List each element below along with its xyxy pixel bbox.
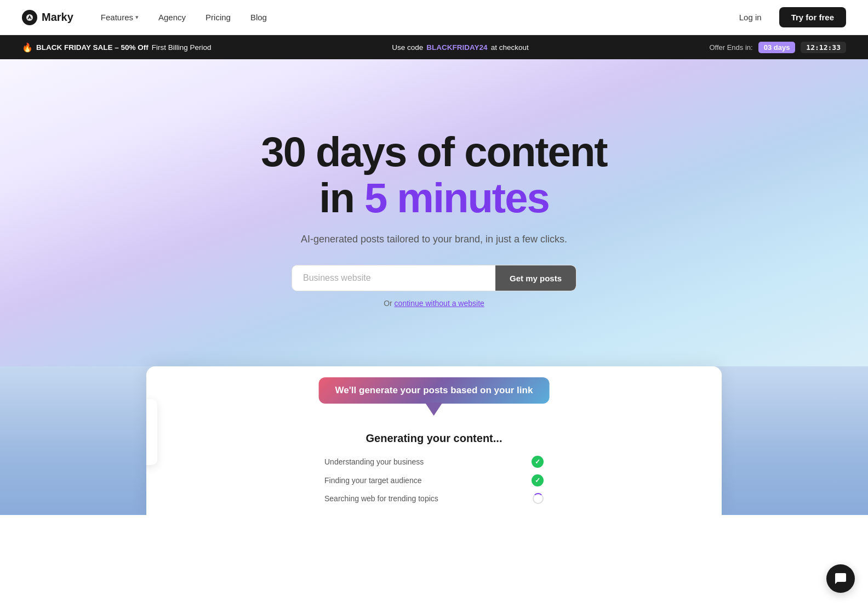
nav-left: Marky Features ▾ Agency Pricing Blog [22, 8, 275, 26]
nav-features[interactable]: Features ▾ [93, 8, 146, 26]
generating-title: Generating your content... [179, 432, 689, 445]
nav-blog[interactable]: Blog [243, 8, 275, 26]
logo[interactable]: Marky [22, 10, 73, 25]
banner-right: Offer Ends in: 03 days 12:12:33 [709, 42, 846, 53]
website-input[interactable] [292, 265, 495, 291]
sale-text: BLACK FRIDAY SALE – 50% Off [36, 43, 149, 52]
offer-ends-label: Offer Ends in: [709, 43, 752, 52]
promo-suffix: at checkout [491, 43, 529, 52]
nav-pricing[interactable]: Pricing [198, 8, 238, 26]
demo-item-label-1: Understanding your business [324, 457, 424, 466]
try-free-button[interactable]: Try for free [779, 7, 846, 27]
logo-text: Marky [42, 11, 73, 24]
chevron-down-icon: ▾ [135, 14, 139, 21]
demo-section: We'll generate your posts based on your … [0, 366, 868, 515]
hero-title: 30 days of content in 5 minutes [261, 129, 607, 220]
fire-icon: 🔥 [22, 42, 33, 53]
days-counter: 03 days [758, 42, 796, 53]
logo-icon [22, 10, 37, 25]
hero-highlight: 5 minutes [364, 174, 549, 221]
get-posts-button[interactable]: Get my posts [495, 265, 576, 291]
promo-prefix: Use code [392, 43, 423, 52]
loading-spinner [533, 493, 544, 504]
banner-center: Use code BLACKFRIDAY24 at checkout [392, 43, 528, 52]
hero-subtitle: AI-generated posts tailored to your bran… [301, 234, 567, 245]
check-icon-2: ✓ [532, 474, 544, 486]
promo-code: BLACKFRIDAY24 [426, 43, 487, 52]
demo-tooltip: We'll generate your posts based on your … [319, 377, 550, 404]
demo-item-label-2: Finding your target audience [324, 476, 421, 485]
demo-item-3: Searching web for trending topics [324, 493, 544, 504]
hero-section: 30 days of content in 5 minutes AI-gener… [0, 59, 868, 366]
demo-item-2: Finding your target audience ✓ [324, 474, 544, 486]
demo-item-1: Understanding your business ✓ [324, 456, 544, 468]
demo-items: Understanding your business ✓ Finding yo… [324, 456, 544, 504]
check-icon-1: ✓ [532, 456, 544, 468]
demo-inner: Generating your content... Understanding… [146, 421, 722, 515]
navbar: Marky Features ▾ Agency Pricing Blog Log… [0, 0, 868, 35]
continue-without-website-link[interactable]: continue without a website [395, 299, 484, 308]
hero-form: Get my posts [292, 265, 576, 291]
nav-agency[interactable]: Agency [151, 8, 193, 26]
nav-links: Features ▾ Agency Pricing Blog [93, 8, 275, 26]
sale-suffix: First Billing Period [152, 43, 212, 52]
left-panel-teaser [146, 399, 157, 465]
login-button[interactable]: Log in [728, 8, 773, 26]
hero-alt-text: Or continue without a website [384, 299, 484, 308]
promo-banner: 🔥 BLACK FRIDAY SALE – 50% Off First Bill… [0, 35, 868, 59]
demo-card: We'll generate your posts based on your … [146, 366, 722, 515]
banner-left: 🔥 BLACK FRIDAY SALE – 50% Off First Bill… [22, 42, 212, 53]
time-counter: 12:12:33 [801, 42, 846, 53]
demo-item-label-3: Searching web for trending topics [324, 494, 438, 503]
nav-right: Log in Try for free [728, 7, 846, 27]
